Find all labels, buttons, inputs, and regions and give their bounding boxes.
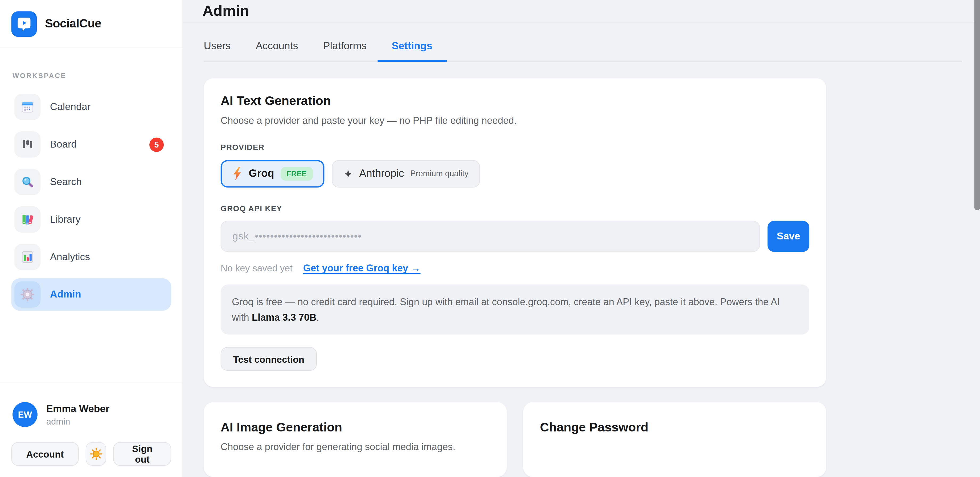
sidebar-item-label: Analytics [50, 251, 90, 263]
sidebar-item-board[interactable]: Board 5 [11, 128, 171, 161]
search-icon [14, 169, 41, 195]
change-password-card: Change Password [523, 402, 826, 477]
groq-info-box: Groq is free — no credit card required. … [221, 284, 809, 335]
analytics-icon [14, 244, 41, 270]
sidebar-item-label: Library [50, 214, 81, 225]
sidebar-item-calendar[interactable]: Calendar [11, 91, 171, 123]
main-area: Admin Users Accounts Platforms Settings … [183, 0, 980, 477]
card-title: Change Password [540, 420, 809, 435]
user-actions: Account Sign out [11, 442, 171, 466]
card-title: AI Image Generation [221, 420, 490, 435]
card-title: AI Text Generation [221, 94, 809, 108]
bottom-cards-row: AI Image Generation Choose a provider fo… [204, 402, 826, 477]
tab-platforms[interactable]: Platforms [323, 40, 367, 61]
api-key-input[interactable] [221, 220, 760, 252]
sidebar-item-label: Calendar [50, 101, 91, 112]
user-avatar: EW [13, 402, 38, 427]
theme-toggle-button[interactable] [86, 442, 107, 466]
sidebar-item-label: Search [50, 176, 82, 188]
lightning-icon [232, 167, 243, 180]
user-row: EW Emma Weber admin [13, 402, 171, 427]
api-key-row: Save [221, 220, 809, 252]
info-text-end: . [317, 312, 319, 322]
user-section: EW Emma Weber admin Account [0, 383, 182, 477]
tab-settings[interactable]: Settings [391, 40, 432, 61]
groq-key-link[interactable]: Get your free Groq key → [303, 262, 421, 273]
provider-name: Groq [249, 168, 274, 180]
anthropic-note: Premium quality [410, 169, 469, 179]
provider-name: Anthropic [359, 168, 404, 180]
api-key-label: GROQ API KEY [221, 204, 809, 213]
app-logo-icon [11, 11, 37, 37]
provider-groq-button[interactable]: Groq FREE [221, 160, 324, 187]
api-key-status: No key saved yet [221, 263, 293, 273]
calendar-icon [14, 94, 41, 120]
sidebar-item-label: Board [50, 139, 77, 150]
ai-text-generation-card: AI Text Generation Choose a provider and… [204, 78, 826, 387]
provider-options: Groq FREE Anthropic Premium quality [221, 160, 809, 187]
groq-free-badge: FREE [280, 167, 313, 180]
provider-label: PROVIDER [221, 143, 809, 152]
tab-accounts[interactable]: Accounts [256, 40, 298, 61]
gear-icon [14, 281, 41, 308]
board-notification-badge: 5 [150, 137, 164, 152]
sidebar-item-analytics[interactable]: Analytics [11, 241, 171, 273]
scrollbar-thumb[interactable] [974, 0, 980, 210]
page-title: Admin [203, 2, 249, 20]
api-key-status-row: No key saved yet Get your free Groq key … [221, 262, 809, 273]
card-subtitle: Choose a provider and paste your key — n… [221, 115, 809, 126]
app-title: SocialCue [45, 17, 101, 30]
info-model-name: Llama 3.3 70B [252, 312, 317, 322]
sidebar-nav: WORKSPACE Calendar [0, 48, 182, 383]
tab-bar: Users Accounts Platforms Settings [204, 40, 962, 62]
workspace-section-label: WORKSPACE [13, 72, 171, 79]
sign-out-button[interactable]: Sign out [113, 442, 172, 466]
save-button[interactable]: Save [768, 220, 809, 252]
account-button[interactable]: Account [11, 442, 79, 466]
sidebar-item-label: Admin [50, 289, 81, 300]
content-area: Users Accounts Platforms Settings AI Tex… [183, 22, 980, 477]
app-window: SocialCue WORKSPACE [0, 0, 980, 477]
sparkle-icon [343, 169, 353, 179]
sidebar-item-admin[interactable]: Admin [11, 278, 171, 311]
card-subtitle: Choose a provider for generating social … [221, 441, 490, 453]
ai-image-generation-card: AI Image Generation Choose a provider fo… [204, 402, 507, 477]
tab-users[interactable]: Users [204, 40, 231, 61]
user-name: Emma Weber [46, 403, 110, 414]
user-role: admin [46, 416, 110, 426]
logo-row: SocialCue [0, 0, 182, 48]
sun-icon [89, 447, 103, 461]
provider-anthropic-button[interactable]: Anthropic Premium quality [332, 160, 480, 187]
kanban-icon [14, 131, 41, 158]
main-header: Admin [183, 0, 980, 22]
library-icon [14, 206, 41, 233]
sidebar: SocialCue WORKSPACE [0, 0, 183, 477]
sidebar-item-search[interactable]: Search [11, 166, 171, 198]
sidebar-item-library[interactable]: Library [11, 203, 171, 236]
test-connection-button[interactable]: Test connection [221, 347, 317, 371]
